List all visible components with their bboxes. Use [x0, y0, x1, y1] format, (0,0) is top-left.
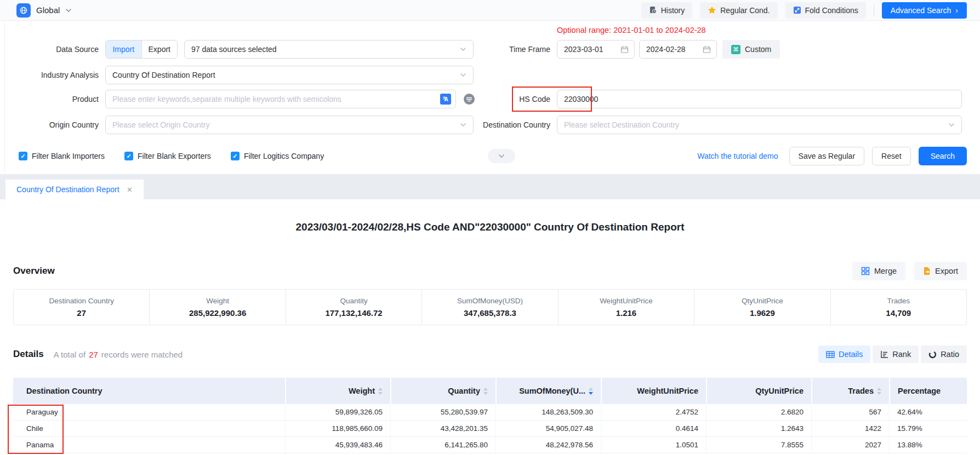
date-start-input[interactable]: [557, 40, 635, 59]
details-table: Destination Country Weight Quantity SumO…: [13, 378, 967, 453]
tab-country-of-destination-report[interactable]: Country Of Destination Report ×: [5, 180, 144, 199]
merge-button[interactable]: Merge: [852, 262, 905, 280]
report-title: 2023/03/01-2024/02/28,HS Code AND"220300…: [0, 221, 980, 233]
cell-trades: 1422: [811, 421, 889, 436]
stat-label: SumOfMoney(USD): [457, 297, 523, 305]
data-sources-dropdown[interactable]: 97 data sources selected: [184, 40, 474, 59]
cell-qty-unit-price: 2.6820: [706, 404, 811, 420]
form-actions: Watch the tutorial demo Save as Regular …: [697, 147, 967, 165]
column-header-quantity[interactable]: Quantity: [390, 378, 495, 404]
view-switcher: Details Rank Ratio: [818, 345, 967, 363]
column-header-sum-of-money[interactable]: SumOfMoney(U...: [495, 378, 601, 404]
overview-header: Overview Merge Export: [13, 262, 967, 280]
region-selector[interactable]: Global: [16, 3, 72, 18]
cell-trades: 2027: [811, 437, 889, 453]
import-toggle[interactable]: Import: [106, 41, 141, 58]
date-end-value[interactable]: [640, 45, 699, 54]
table-row-chile[interactable]: Chile 118,985,660.09 43,428,201.35 54,90…: [13, 421, 967, 437]
cell-quantity: 43,428,201.35: [390, 421, 495, 436]
report-content: 2023/03/01-2024/02/28,HS Code AND"220300…: [0, 199, 980, 455]
view-rank-button[interactable]: Rank: [873, 345, 919, 363]
stat-quantity: Quantity 177,132,146.72: [286, 290, 421, 325]
checkbox-filter-logitics-company[interactable]: ✓ Filter Logitics Company: [231, 152, 324, 160]
checkbox-label: Filter Blank Importers: [32, 152, 105, 160]
column-label: QtyUnitPrice: [755, 387, 804, 395]
cell-trades: 567: [811, 404, 889, 420]
search-form: Optional range: 2021-01-01 to 2024-02-28…: [0, 21, 980, 174]
origin-country-dropdown[interactable]: Please select Origin Country: [105, 116, 474, 134]
stat-label: Weight: [206, 297, 229, 305]
sort-control[interactable]: [877, 388, 881, 395]
view-ratio-button[interactable]: Ratio: [921, 345, 967, 363]
save-as-regular-button[interactable]: Save as Regular: [789, 147, 865, 165]
chevron-down-icon: [460, 73, 466, 77]
date-start-value[interactable]: [557, 45, 617, 54]
origin-country-label: Origin Country: [0, 116, 99, 134]
view-details-button[interactable]: Details: [818, 345, 870, 363]
matched-count: 27: [86, 350, 101, 359]
cell-percentage: 13.88%: [889, 437, 967, 453]
advanced-search-button[interactable]: Advanced Search ›: [882, 2, 967, 19]
checkbox-checked-icon: ✓: [19, 152, 27, 160]
cell-destination-country: Paraguay: [13, 404, 285, 420]
cell-weight-unit-price: 1.0501: [601, 437, 706, 453]
details-header: Details A total of27records were matched…: [13, 345, 967, 364]
stat-label: Quantity: [340, 297, 367, 305]
cell-percentage: 15.79%: [889, 421, 967, 436]
sort-control-active-desc[interactable]: [589, 388, 593, 395]
column-header-trades[interactable]: Trades: [811, 378, 889, 404]
column-header-weight[interactable]: Weight: [285, 378, 390, 404]
translate-icon[interactable]: A: [440, 94, 451, 105]
sort-control[interactable]: [483, 388, 488, 395]
chevron-down-icon: [948, 123, 955, 127]
view-rank-label: Rank: [892, 350, 911, 359]
regular-cond-button[interactable]: Regular Cond.: [700, 2, 777, 19]
product-keywords-field[interactable]: [106, 95, 440, 103]
export-toggle[interactable]: Export: [142, 41, 178, 58]
top-bar: Global History Regular Cond. Fold Condit…: [0, 0, 980, 21]
column-header-qty-unit-price: QtyUnitPrice: [706, 378, 811, 404]
cell-quantity: 6,141,265.80: [390, 437, 495, 453]
industry-analysis-dropdown[interactable]: Country Of Destination Report: [105, 66, 474, 84]
checkbox-filter-blank-importers[interactable]: ✓ Filter Blank Importers: [19, 152, 105, 160]
export-button[interactable]: Export: [914, 262, 967, 280]
result-tab-bar: Country Of Destination Report ×: [0, 174, 980, 199]
region-label: Global: [36, 5, 60, 15]
hs-code-input[interactable]: [557, 90, 962, 108]
cell-qty-unit-price: 7.8555: [706, 437, 811, 453]
date-end-input[interactable]: [639, 40, 717, 59]
optional-range-hint: Optional range: 2021-01-01 to 2024-02-28: [557, 26, 706, 34]
column-header-destination-country: Destination Country: [13, 378, 285, 404]
hs-code-field[interactable]: [557, 95, 961, 103]
table-row-panama[interactable]: Panama 45,939,483.46 6,141,265.80 48,242…: [13, 437, 967, 453]
checkbox-filter-blank-exporters[interactable]: ✓ Filter Blank Exporters: [124, 152, 211, 160]
view-details-label: Details: [839, 350, 863, 359]
stat-label: QtyUnitPrice: [742, 297, 783, 305]
merge-label: Merge: [874, 267, 897, 275]
checkbox-checked-icon: ✓: [231, 152, 240, 160]
close-icon[interactable]: ×: [127, 185, 133, 194]
chevron-right-icon: ›: [955, 7, 958, 14]
stat-trades: Trades 14,709: [830, 290, 966, 325]
product-input[interactable]: A: [105, 90, 456, 108]
calendar-icon: [703, 45, 711, 54]
destination-country-dropdown[interactable]: Please select Destination Country: [557, 116, 962, 134]
sort-control[interactable]: [378, 388, 383, 395]
reset-button[interactable]: Reset: [872, 147, 911, 165]
search-button[interactable]: Search: [919, 147, 967, 165]
fold-conditions-button[interactable]: Fold Conditions: [785, 2, 866, 19]
history-button[interactable]: History: [641, 2, 693, 19]
custom-range-button[interactable]: ⌘ Custom: [722, 40, 780, 59]
matched-records-text: A total of27records were matched: [54, 350, 183, 359]
collapse-form-button[interactable]: [488, 149, 515, 163]
tutorial-demo-link[interactable]: Watch the tutorial demo: [697, 152, 778, 160]
checkbox-checked-icon: ✓: [124, 152, 133, 160]
view-ratio-label: Ratio: [941, 350, 959, 359]
table-row-paraguay[interactable]: Paraguay 59,899,326.05 55,280,539.97 148…: [13, 404, 967, 421]
stat-value: 177,132,146.72: [325, 308, 382, 318]
origin-country-placeholder: Please select Origin Country: [106, 120, 460, 129]
stat-label: Trades: [887, 297, 910, 305]
chevron-down-icon: [498, 154, 505, 158]
table-icon: [826, 351, 835, 358]
rank-icon: [880, 350, 888, 358]
